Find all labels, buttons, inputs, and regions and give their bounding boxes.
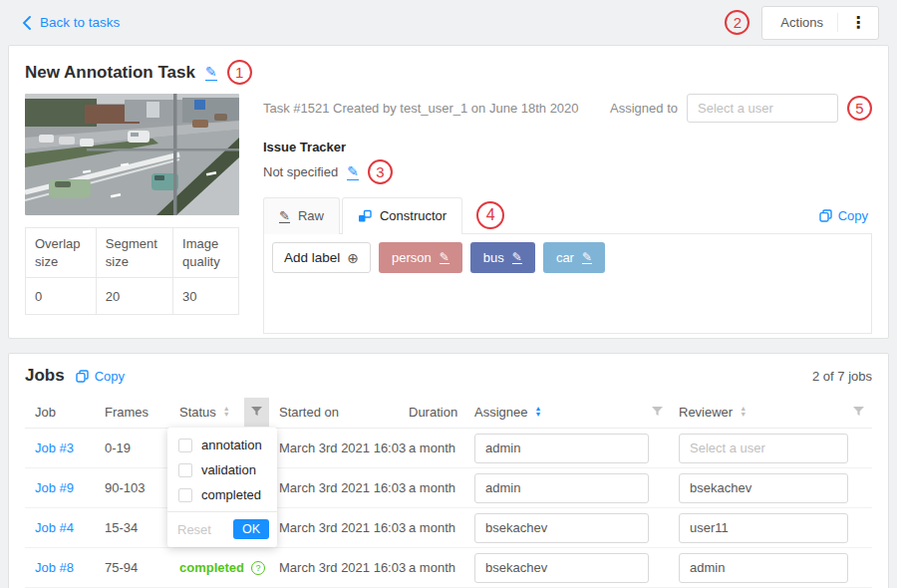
assignee-input[interactable]: [474, 473, 649, 503]
param-value-segment: 20: [96, 278, 172, 315]
label-tag-car[interactable]: car ✎: [543, 242, 605, 273]
callout-5: 5: [847, 96, 872, 121]
assignee-sorter-icon[interactable]: ▲▼: [534, 406, 541, 419]
back-chevron-icon: [22, 16, 31, 30]
job-duration: a month: [409, 560, 474, 575]
checkbox-annotation[interactable]: [178, 439, 192, 452]
job-row-9: Job #9 90-103 March 3rd 2021 16:03 a mon…: [25, 468, 872, 508]
param-header-segment: Segment size: [96, 228, 172, 278]
job-row-4: Job #4 15-34 March 3rd 2021 16:03 a mont…: [25, 508, 872, 548]
reviewer-input[interactable]: [679, 553, 848, 583]
task-left-column: Overlap size Segment size Image quality …: [25, 94, 239, 334]
tab-constructor[interactable]: Constructor: [342, 197, 462, 234]
funnel-icon: [652, 407, 663, 417]
job-row-8: Job #8 75-94 completed ? March 3rd 2021 …: [25, 548, 872, 588]
edit-label-icon[interactable]: ✎: [512, 251, 522, 264]
reviewer-input[interactable]: [679, 513, 848, 543]
job-duration: a month: [409, 480, 474, 495]
job-frames: 75-94: [105, 560, 179, 575]
job-link[interactable]: Job #4: [35, 520, 74, 535]
filter-option-completed-label: completed: [201, 487, 261, 502]
assignee-header-label: Assignee: [474, 405, 527, 420]
topbar-right: 2 Actions ⋮: [725, 6, 879, 40]
status-filter-dropdown: annotation validation completed Reset OK: [167, 428, 277, 547]
tab-raw[interactable]: ✎ Raw: [263, 197, 340, 234]
labels-tabs: ✎ Raw Constructor 4 Copy: [263, 197, 872, 234]
edit-title-icon[interactable]: ✎: [205, 65, 217, 81]
job-status: completed ?: [179, 560, 279, 575]
copy-labels-link[interactable]: Copy: [819, 208, 872, 223]
status-sorter-icon[interactable]: ▲▼: [223, 406, 230, 419]
reviewer-input[interactable]: [679, 434, 848, 463]
filter-option-annotation[interactable]: annotation: [167, 433, 277, 457]
job-started: March 3rd 2021 16:03: [279, 560, 409, 575]
checkbox-completed[interactable]: [178, 488, 192, 502]
label-tag-car-text: car: [556, 250, 574, 265]
checkbox-validation[interactable]: [178, 463, 192, 477]
column-header-reviewer[interactable]: Reviewer ▲▼: [679, 405, 872, 420]
reviewer-input[interactable]: [679, 473, 848, 503]
callout-1: 1: [227, 60, 252, 85]
edit-label-icon[interactable]: ✎: [440, 251, 449, 264]
column-header-job: Job: [25, 405, 105, 420]
jobs-title: Jobs: [25, 366, 65, 386]
job-duration: a month: [409, 441, 474, 455]
actions-button[interactable]: Actions ⋮: [761, 6, 879, 40]
constructor-blocks-icon: [358, 209, 372, 223]
job-started: March 3rd 2021 16:03: [279, 480, 409, 495]
copy-jobs-label: Copy: [95, 369, 125, 384]
filter-option-completed[interactable]: completed: [167, 482, 277, 507]
issue-tracker-label: Issue Tracker: [263, 140, 872, 154]
param-value-quality: 30: [173, 278, 239, 315]
label-tag-person[interactable]: person ✎: [379, 242, 462, 273]
status-header-label: Status: [179, 405, 216, 420]
reviewer-filter-button[interactable]: [853, 407, 864, 417]
filter-reset-button[interactable]: Reset: [177, 522, 211, 537]
copy-jobs-link[interactable]: Copy: [76, 369, 129, 384]
top-bar: Back to tasks 2 Actions ⋮: [0, 0, 897, 45]
param-header-overlap: Overlap size: [26, 228, 97, 278]
add-label-button[interactable]: Add label ⊕: [272, 242, 371, 273]
question-circle-icon[interactable]: ?: [251, 561, 265, 575]
back-to-tasks-link[interactable]: Back to tasks: [22, 15, 120, 30]
funnel-icon: [853, 407, 864, 417]
callout-2: 2: [725, 10, 749, 35]
assignee-input[interactable]: [474, 553, 649, 583]
job-link[interactable]: Job #8: [35, 560, 74, 575]
edit-issue-tracker-icon[interactable]: ✎: [347, 164, 359, 180]
assigned-to-input[interactable]: [687, 94, 838, 123]
task-details-panel: New Annotation Task ✎ 1: [8, 45, 889, 339]
copy-icon: [819, 209, 832, 222]
tab-raw-label: Raw: [298, 208, 324, 223]
task-title-row: New Annotation Task ✎ 1: [25, 60, 872, 85]
job-duration: a month: [409, 520, 474, 535]
assignee-filter-button[interactable]: [652, 407, 663, 417]
copy-labels-label: Copy: [838, 208, 868, 223]
filter-option-validation-label: validation: [201, 462, 256, 477]
reviewer-sorter-icon[interactable]: ▲▼: [740, 406, 747, 419]
label-tag-bus[interactable]: bus ✎: [470, 242, 535, 273]
reviewer-header-label: Reviewer: [679, 405, 733, 420]
column-header-duration: Duration: [409, 405, 474, 420]
task-preview-image: [25, 94, 239, 215]
column-header-frames: Frames: [105, 405, 179, 420]
plus-circle-icon: ⊕: [347, 250, 359, 266]
callout-3: 3: [368, 159, 393, 184]
assignee-input[interactable]: [474, 513, 649, 543]
column-header-status[interactable]: Status ▲▼: [179, 398, 279, 427]
tab-constructor-label: Constructor: [380, 208, 447, 223]
filter-ok-button[interactable]: OK: [233, 519, 269, 539]
assignee-input[interactable]: [474, 434, 649, 463]
status-completed-text: completed: [179, 560, 244, 575]
column-header-assignee[interactable]: Assignee ▲▼: [474, 405, 679, 420]
job-link[interactable]: Job #3: [35, 441, 74, 455]
filter-option-validation[interactable]: validation: [167, 457, 277, 482]
task-params-table: Overlap size Segment size Image quality …: [25, 227, 239, 315]
callout-4: 4: [476, 201, 504, 229]
kebab-menu-icon[interactable]: ⋮: [837, 13, 878, 32]
edit-label-icon[interactable]: ✎: [582, 251, 592, 264]
label-tag-person-text: person: [392, 250, 432, 265]
funnel-icon: [251, 407, 262, 417]
job-link[interactable]: Job #9: [35, 480, 74, 495]
status-filter-button[interactable]: [244, 398, 269, 427]
